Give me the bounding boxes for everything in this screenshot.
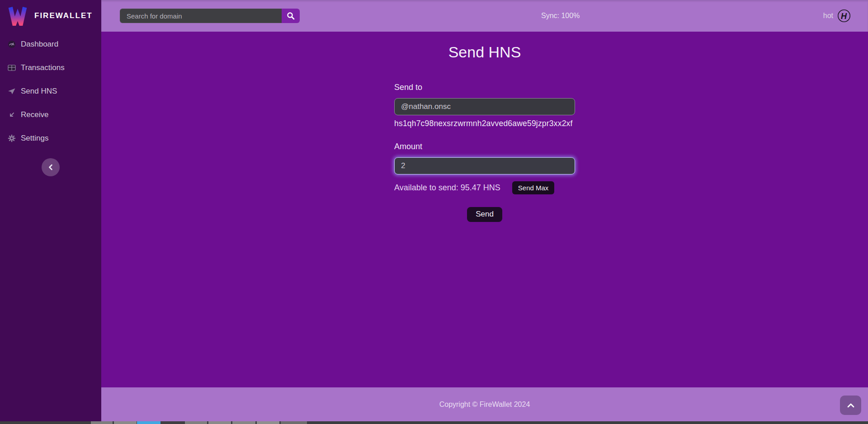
search-bar (120, 9, 300, 23)
sidebar-item-label: Transactions (21, 63, 65, 72)
taskbar-app-segment[interactable] (114, 421, 137, 424)
amount-input[interactable] (394, 157, 575, 174)
copyright-text: Copyright © FireWallet 2024 (101, 387, 868, 421)
firewallet-logo-icon (8, 6, 27, 26)
send-to-label: Send to (394, 83, 575, 92)
main-content: Send HNS Send to hs1qh7c98nexsrzwrmnh2av… (101, 32, 868, 387)
scroll-top-button[interactable] (840, 396, 861, 415)
sidebar-item-label: Receive (21, 110, 48, 119)
taskbar-app-segment[interactable] (208, 421, 231, 424)
wallet-switcher[interactable]: hot H (823, 0, 851, 32)
chevron-left-icon (48, 164, 53, 170)
sidebar-item-label: Dashboard (21, 40, 58, 49)
sidebar-item-label: Send HNS (21, 87, 57, 96)
taskbar-app-segment[interactable] (257, 421, 279, 424)
transactions-icon (8, 64, 16, 72)
sidebar-item-send-hns[interactable]: Send HNS (0, 83, 101, 99)
chevron-up-icon (847, 403, 854, 408)
taskbar-app-segment[interactable] (0, 421, 90, 424)
available-balance: Available to send: 95.47 HNS (394, 183, 500, 193)
firewallet-app: FIREWALLET Dashboard (0, 0, 868, 424)
send-button[interactable]: Send (467, 207, 502, 222)
receive-icon (8, 111, 16, 119)
page-title: Send HNS (101, 43, 868, 61)
sidebar-nav: Dashboard Transactions S (0, 32, 101, 146)
taskbar-app-segment[interactable] (281, 421, 307, 424)
sidebar-item-dashboard[interactable]: Dashboard (0, 36, 101, 52)
top-header: Sync: 100% hot H (101, 0, 868, 32)
send-form: Send to hs1qh7c98nexsrzwrmnh2avved6awe59… (394, 83, 575, 222)
search-input[interactable] (120, 9, 282, 23)
taskbar-app-segment[interactable] (232, 421, 255, 424)
send-row: Send (394, 207, 575, 222)
sync-status: Sync: 100% (541, 0, 580, 32)
search-button[interactable] (282, 9, 300, 23)
sidebar-item-receive[interactable]: Receive (0, 107, 101, 123)
taskbar-app-segment[interactable] (137, 421, 160, 424)
send-max-button[interactable]: Send Max (512, 181, 555, 194)
wallet-name: hot (823, 12, 833, 20)
amount-label: Amount (394, 142, 575, 151)
brand-name: FIREWALLET (34, 11, 93, 20)
available-row: Available to send: 95.47 HNS Send Max (394, 181, 575, 194)
sidebar-item-transactions[interactable]: Transactions (0, 60, 101, 76)
handshake-logo-icon: H (837, 9, 851, 23)
resolved-address: hs1qh7c98nexsrzwrmnh2avved6awe59jzpr3xx2… (394, 119, 575, 128)
sidebar-item-settings[interactable]: Settings (0, 130, 101, 146)
sidebar-item-label: Settings (21, 134, 48, 143)
settings-icon (8, 134, 16, 142)
send-to-input[interactable] (394, 98, 575, 115)
dashboard-icon (8, 40, 16, 48)
sidebar-collapse-button[interactable] (42, 158, 60, 176)
footer: Copyright © FireWallet 2024 (101, 387, 868, 421)
taskbar-app-segment[interactable] (185, 421, 207, 424)
os-taskbar[interactable] (0, 421, 868, 424)
search-icon (287, 12, 295, 20)
send-icon (8, 87, 16, 95)
svg-text:H: H (841, 12, 847, 21)
brand: FIREWALLET (0, 0, 101, 32)
taskbar-app-segment[interactable] (160, 421, 184, 424)
taskbar-app-segment[interactable] (91, 421, 113, 424)
sidebar: FIREWALLET Dashboard (0, 0, 101, 421)
